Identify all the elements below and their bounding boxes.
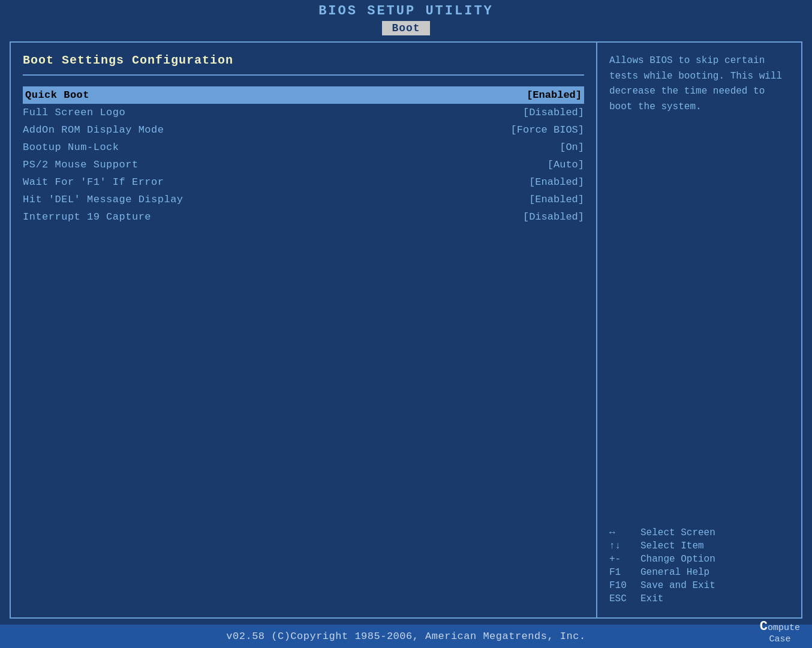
setting-value: [Enabled] [527, 89, 582, 101]
left-panel: Boot Settings Configuration Quick Boot[E… [11, 43, 597, 617]
title-bar: BIOS SETUP UTILITY [0, 0, 812, 19]
shortcut-desc: Save and Exit [640, 580, 715, 591]
shortcut-desc: Change Option [640, 554, 715, 565]
settings-row[interactable]: AddOn ROM Display Mode[Force BIOS] [23, 121, 584, 139]
shortcut-row: ↑↓Select Item [609, 541, 789, 551]
shortcut-key: ↔ [609, 527, 633, 538]
settings-row[interactable]: Interrupt 19 Capture[Disabled] [23, 208, 584, 226]
setting-name: Interrupt 19 Capture [23, 211, 151, 223]
setting-value: [Force BIOS] [511, 124, 584, 136]
setting-name: Full Screen Logo [23, 107, 125, 118]
shortcut-desc: Select Screen [640, 527, 715, 538]
right-panel: Allows BIOS to skip certain tests while … [597, 43, 801, 617]
shortcut-row: F1General Help [609, 567, 789, 578]
setting-value: [On] [560, 142, 584, 153]
shortcut-row: +-Change Option [609, 554, 789, 565]
setting-name: Wait For 'F1' If Error [23, 176, 164, 188]
setting-value: [Disabled] [523, 107, 584, 118]
tab-bar: Boot [0, 21, 812, 35]
shortcut-row: F10Save and Exit [609, 580, 789, 591]
setting-value: [Auto] [548, 159, 584, 170]
settings-row[interactable]: Bootup Num-Lock[On] [23, 139, 584, 156]
shortcut-row: ESCExit [609, 593, 789, 604]
shortcut-key: +- [609, 554, 633, 565]
settings-row[interactable]: PS/2 Mouse Support[Auto] [23, 156, 584, 173]
setting-name: Hit 'DEL' Message Display [23, 194, 184, 205]
section-title: Boot Settings Configuration [23, 53, 584, 67]
section-divider [23, 74, 584, 76]
help-text: Allows BIOS to skip certain tests while … [609, 53, 789, 115]
shortcut-key: F1 [609, 567, 633, 578]
setting-name: Bootup Num-Lock [23, 142, 119, 153]
settings-row[interactable]: Wait For 'F1' If Error[Enabled] [23, 173, 584, 191]
shortcut-key: ↑↓ [609, 541, 633, 551]
shortcut-row: ↔Select Screen [609, 527, 789, 538]
bottom-bar: v02.58 (C)Copyright 1985-2006, American … [0, 625, 812, 648]
brand-logo: ComputeCase [760, 619, 800, 644]
settings-row[interactable]: Quick Boot[Enabled] [23, 86, 584, 104]
brand-c: C [760, 619, 768, 634]
active-tab[interactable]: Boot [382, 21, 429, 35]
bios-screen: BIOS SETUP UTILITY Boot Boot Settings Co… [0, 0, 812, 648]
bios-title: BIOS SETUP UTILITY [0, 4, 812, 19]
setting-value: [Disabled] [523, 211, 584, 223]
setting-name: PS/2 Mouse Support [23, 159, 139, 170]
shortcut-desc: Exit [640, 593, 663, 604]
brand-rest: omputeCase [768, 623, 800, 644]
shortcut-key: F10 [609, 580, 633, 591]
keyboard-shortcuts: ↔Select Screen↑↓Select Item+-Change Opti… [609, 527, 789, 607]
setting-value: [Enabled] [529, 194, 584, 205]
settings-list: Quick Boot[Enabled]Full Screen Logo[Disa… [23, 86, 584, 226]
setting-name: Quick Boot [25, 89, 89, 101]
setting-name: AddOn ROM Display Mode [23, 124, 164, 136]
shortcut-key: ESC [609, 593, 633, 604]
shortcut-desc: Select Item [640, 541, 704, 551]
main-content: Boot Settings Configuration Quick Boot[E… [10, 41, 802, 619]
settings-row[interactable]: Hit 'DEL' Message Display[Enabled] [23, 191, 584, 208]
setting-value: [Enabled] [529, 176, 584, 188]
footer-text: v02.58 (C)Copyright 1985-2006, American … [226, 631, 585, 642]
settings-row[interactable]: Full Screen Logo[Disabled] [23, 104, 584, 121]
shortcut-desc: General Help [640, 567, 709, 578]
